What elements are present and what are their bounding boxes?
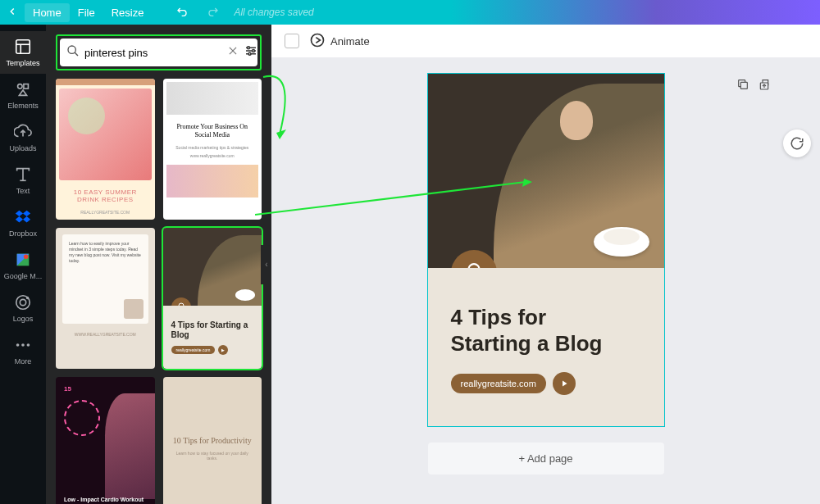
svg-marker-10 [23, 211, 30, 216]
rail-text[interactable]: Text [0, 159, 46, 202]
t2-title: Promote Your Business On Social Media [163, 118, 262, 145]
rail-text-label: Text [16, 187, 30, 195]
t6-sub: Learn how to stay focused on your daily … [163, 451, 262, 461]
nav-home[interactable]: Home [25, 3, 70, 22]
canvas-title[interactable]: 4 Tips forStarting a Blog [451, 304, 641, 357]
template-card-promote[interactable]: Promote Your Business On Social MediaSoc… [163, 79, 262, 220]
t1-url: REALLYGREATSITE.COM [56, 208, 155, 220]
search-input[interactable] [84, 47, 222, 59]
rail-uploads[interactable]: Uploads [0, 116, 46, 159]
canvas-bell-icon[interactable] [451, 250, 497, 268]
svg-line-23 [75, 52, 78, 56]
template-card-mindset[interactable]: Learn how to easily improve your mindset… [56, 228, 155, 369]
top-bar: Home File Resize All changes saved [0, 0, 820, 25]
canvas-title-l2: Starting a Blog [451, 331, 603, 356]
rail-elements[interactable]: Elements [0, 74, 46, 116]
t4-title: 4 Tips for Starting a Blog [163, 306, 262, 345]
rail-logos[interactable]: Logos [0, 287, 46, 329]
rail-logos-label: Logos [13, 315, 34, 323]
t1-line1: 10 EASY SUMMER [74, 188, 137, 196]
svg-marker-12 [23, 216, 30, 222]
t4-url: reallygreatsite.com [171, 346, 216, 354]
search-icon [66, 44, 80, 61]
svg-point-32 [312, 34, 324, 46]
svg-point-15 [24, 255, 28, 260]
save-status: All changes saved [234, 7, 313, 18]
template-card-productivity[interactable]: 10 Tips for ProductivityLearn how to sta… [163, 377, 262, 504]
svg-marker-37 [276, 129, 286, 139]
template-card-blog-tips[interactable]: 4 Tips for Starting a Blogreallygreatsit… [163, 228, 262, 369]
play-icon: ▶ [218, 345, 228, 355]
svg-rect-0 [16, 40, 30, 54]
svg-point-22 [68, 46, 75, 53]
filter-icon[interactable] [244, 43, 258, 61]
collapse-panel-icon[interactable]: ‹ [261, 245, 271, 284]
share-page-icon[interactable] [758, 78, 771, 94]
select-all-checkbox[interactable] [285, 34, 299, 48]
canvas-area: Animate 4 Tips forStarting a Blog really [271, 25, 820, 504]
rail-more-label: More [15, 357, 32, 366]
rail-google-label: Google M... [4, 272, 43, 280]
rail-dropbox-label: Dropbox [9, 229, 37, 238]
t2-url: www.reallygreatsite.com [163, 153, 262, 161]
canvas-url-pill[interactable]: reallygreatsite.com [451, 374, 546, 393]
canvas-title-l1: 4 Tips for [451, 305, 547, 329]
clear-icon[interactable] [227, 45, 239, 60]
rail-dropbox[interactable]: Dropbox [0, 202, 46, 244]
svg-point-31 [248, 52, 251, 55]
reset-zoom-icon[interactable] [783, 129, 811, 157]
design-canvas[interactable]: 4 Tips forStarting a Blog reallygreatsit… [428, 74, 664, 426]
animate-label: Animate [330, 35, 370, 48]
rail-elements-label: Elements [7, 102, 39, 110]
rail-uploads-label: Uploads [9, 144, 36, 152]
svg-rect-4 [24, 84, 28, 89]
rail-templates[interactable]: Templates [0, 31, 46, 74]
svg-point-21 [27, 343, 30, 347]
undo-icon[interactable] [168, 2, 198, 24]
rail-google-maps[interactable]: Google M... [0, 244, 46, 287]
svg-point-19 [16, 343, 20, 347]
svg-marker-9 [16, 211, 23, 216]
svg-marker-5 [19, 90, 26, 95]
svg-marker-11 [16, 216, 23, 222]
canvas-toolbar: Animate [271, 25, 820, 57]
rail-more[interactable]: More [0, 329, 46, 372]
svg-point-17 [20, 299, 25, 305]
svg-point-18 [27, 297, 29, 299]
svg-point-30 [253, 50, 255, 52]
t5-badge: 15 [64, 385, 71, 393]
redo-icon[interactable] [198, 2, 227, 24]
t6-title: 10 Tips for Productivity [173, 435, 252, 446]
back-icon[interactable] [7, 6, 18, 20]
t5-text: Low - Impact Cardio Workout [64, 497, 144, 502]
t1-line2: DRINK RECIPES [77, 196, 134, 203]
tool-rail: Templates Elements Uploads Text Dropbox … [0, 25, 46, 504]
nav-resize[interactable]: Resize [103, 3, 153, 22]
t3-text: Learn how to easily improve your mindset… [69, 241, 141, 263]
canvas-play-icon[interactable] [553, 372, 576, 395]
templates-panel: 10 EASY SUMMERDRINK RECIPESREALLYGREATSI… [46, 25, 271, 504]
duplicate-page-icon[interactable] [736, 78, 749, 94]
animate-icon [309, 32, 326, 51]
t2-sub: Social media marketing tips & strategies [163, 145, 262, 153]
t3-url: WWW.REALLYGREATSITE.COM [62, 332, 148, 337]
rail-templates-label: Templates [6, 59, 39, 67]
template-card-recipes[interactable]: 10 EASY SUMMERDRINK RECIPESREALLYGREATSI… [56, 79, 155, 220]
add-page-button[interactable]: + Add page [428, 443, 664, 474]
bell-icon [171, 297, 191, 306]
svg-rect-33 [740, 82, 747, 89]
search-highlight [56, 34, 262, 70]
animate-button[interactable]: Animate [309, 32, 370, 51]
template-card-workout[interactable]: 15Low - Impact Cardio Workout [56, 377, 155, 504]
svg-point-3 [18, 84, 22, 89]
search-box[interactable] [60, 39, 257, 66]
svg-point-20 [21, 343, 25, 347]
svg-marker-36 [563, 380, 567, 386]
svg-point-29 [248, 47, 250, 49]
nav-file[interactable]: File [70, 3, 103, 22]
